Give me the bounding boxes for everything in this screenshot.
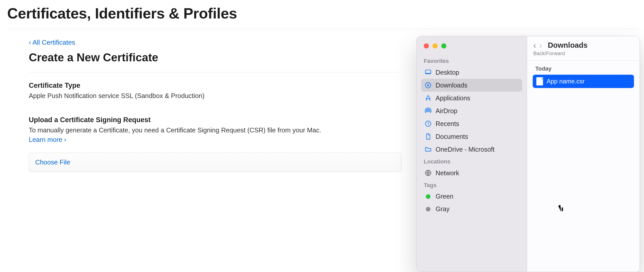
upload-csr-heading: Upload a Certificate Signing Request — [29, 116, 401, 124]
sidebar-item-documents[interactable]: Documents — [421, 130, 522, 143]
sidebar-item-desktop[interactable]: Desktop — [421, 66, 522, 79]
divider — [29, 72, 401, 72]
finder-window: Favorites Desktop Downloads Applications… — [416, 36, 640, 272]
finder-location-title: Downloads — [548, 41, 588, 50]
sidebar-item-label: Recents — [436, 120, 459, 128]
sidebar-group-favorites: Favorites — [421, 55, 522, 66]
sidebar-item-recents[interactable]: Recents — [421, 117, 522, 130]
finder-back-forward-label: Back/Forward — [533, 51, 633, 56]
applications-icon — [424, 94, 432, 102]
learn-more-link[interactable]: Learn more › — [29, 136, 66, 143]
sidebar-item-label: Downloads — [436, 82, 467, 89]
sidebar-item-label: Network — [436, 169, 459, 177]
sidebar-item-onedrive[interactable]: OneDrive - Microsoft — [421, 143, 522, 156]
choose-file-button[interactable]: Choose File — [29, 153, 401, 172]
content-area: ‹ All Certificates Create a New Certific… — [29, 38, 401, 172]
airdrop-icon — [424, 107, 432, 115]
window-traffic-lights — [421, 43, 522, 55]
sidebar-tag-gray[interactable]: Gray — [421, 203, 522, 215]
recents-icon — [424, 120, 432, 128]
file-name: App name.csr — [547, 78, 585, 85]
sidebar-item-applications[interactable]: Applications — [421, 92, 522, 104]
certificate-type-value: Apple Push Notification service SSL (San… — [29, 91, 401, 101]
sidebar-item-label: OneDrive - Microsoft — [436, 146, 494, 153]
forward-button[interactable]: › — [539, 41, 542, 50]
documents-icon — [424, 133, 432, 140]
finder-nav-arrows: ‹ › — [533, 41, 542, 50]
desktop-icon — [424, 69, 432, 76]
finder-file-list[interactable]: Today App name.csr — [527, 61, 640, 272]
file-row[interactable]: App name.csr — [533, 75, 634, 88]
sidebar-tag-green[interactable]: Green — [421, 190, 522, 203]
sidebar-item-label: AirDrop — [436, 107, 457, 115]
certificate-type-section: Certificate Type Apple Push Notification… — [29, 82, 401, 101]
window-close-button[interactable] — [424, 43, 429, 48]
sidebar-group-locations: Locations — [421, 156, 522, 167]
sidebar-group-tags: Tags — [421, 179, 522, 190]
finder-main-pane: ‹ › Downloads Back/Forward Today App nam… — [527, 36, 640, 272]
downloads-icon — [424, 81, 432, 89]
upload-csr-body: To manually generate a Certificate, you … — [29, 125, 401, 135]
sidebar-item-network[interactable]: Network — [421, 167, 522, 179]
certificate-type-heading: Certificate Type — [29, 82, 401, 90]
page-title: Certificates, Identifiers & Profiles — [7, 5, 637, 29]
folder-icon — [424, 145, 432, 153]
sidebar-item-label: Gray — [436, 205, 449, 213]
create-certificate-heading: Create a New Certificate — [29, 51, 401, 64]
sidebar-item-label: Applications — [436, 94, 470, 102]
window-zoom-button[interactable] — [441, 43, 446, 48]
all-certificates-link[interactable]: ‹ All Certificates — [29, 38, 75, 46]
window-minimize-button[interactable] — [433, 43, 438, 48]
upload-csr-section: Upload a Certificate Signing Request To … — [29, 116, 401, 172]
file-icon — [536, 77, 543, 85]
finder-sidebar: Favorites Desktop Downloads Applications… — [417, 36, 527, 272]
tag-dot-icon — [426, 194, 430, 199]
sidebar-item-label: Documents — [436, 133, 468, 140]
sidebar-item-label: Desktop — [436, 69, 459, 76]
file-group-heading: Today — [533, 64, 634, 75]
svg-point-2 — [427, 110, 429, 112]
network-icon — [424, 169, 432, 177]
finder-toolbar: ‹ › Downloads Back/Forward — [527, 36, 640, 61]
sidebar-item-downloads[interactable]: Downloads — [421, 79, 522, 92]
sidebar-item-label: Green — [436, 193, 453, 200]
sidebar-item-airdrop[interactable]: AirDrop — [421, 104, 522, 117]
tag-dot-icon — [426, 207, 430, 211]
mouse-cursor-icon — [558, 204, 565, 212]
back-button[interactable]: ‹ — [533, 41, 536, 50]
divider — [7, 29, 637, 29]
